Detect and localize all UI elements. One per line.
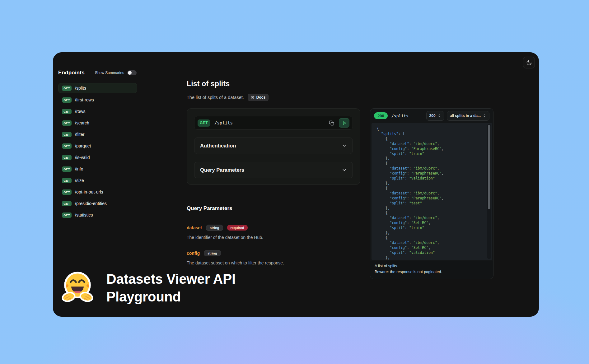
hugging-face-emoji	[60, 269, 95, 306]
query-parameters-doc: Query Parameters dataset string required…	[187, 205, 361, 265]
query-parameters-label: Query Parameters	[200, 167, 244, 173]
method-badge: GET	[62, 132, 72, 137]
sidebar-item-parquet[interactable]: GET/parquet	[58, 141, 137, 151]
toggle-knob	[128, 71, 132, 75]
chevron-down-icon	[342, 143, 347, 148]
endpoint-path-label: /is-valid	[75, 155, 90, 160]
response-footer: A list of splits. Beware: the response i…	[370, 260, 493, 279]
copy-button[interactable]	[328, 119, 335, 127]
request-panel: GET /splits	[187, 108, 360, 185]
authentication-label: Authentication	[200, 143, 236, 149]
endpoint-path-label: /presidio-entities	[75, 201, 107, 206]
param-name: config	[187, 251, 200, 256]
response-header: 200 /splits 200 all splits in a da...	[370, 109, 493, 123]
param-type-badge: string	[204, 250, 221, 256]
page-description: The list of splits of a dataset.	[187, 95, 244, 100]
sidebar-item-search[interactable]: GET/search	[58, 118, 137, 128]
external-link-icon	[251, 96, 255, 99]
page-background: Endpoints Show Summaries GET/splitsGET/f…	[0, 0, 589, 364]
sidebar-item-splits[interactable]: GET/splits	[58, 83, 137, 93]
docs-button-label: Docs	[256, 95, 265, 100]
endpoint-path-label: /rows	[75, 109, 85, 114]
sidebar-item-filter[interactable]: GET/filter	[58, 130, 137, 139]
scrollbar-thumb[interactable]	[488, 125, 490, 209]
request-path: /splits	[214, 120, 233, 125]
method-badge: GET	[62, 109, 72, 114]
response-footer-line: A list of splits.	[375, 263, 489, 269]
sidebar-item-size[interactable]: GET/size	[58, 176, 137, 185]
chevron-up-down-icon	[437, 114, 441, 118]
brand-title: Datasets Viewer API Playground	[106, 270, 236, 306]
param-description: The identifier of the dataset on the Hub…	[187, 235, 361, 240]
endpoint-path-label: /filter	[75, 132, 84, 137]
request-bar: GET /splits	[194, 116, 353, 130]
endpoint-list: GET/splitsGET/first-rowsGET/rowsGET/sear…	[58, 83, 145, 220]
brand-title-line2: Playground	[106, 288, 236, 306]
response-footer-line: Beware: the response is not paginated.	[375, 269, 489, 275]
method-badge: GET	[62, 178, 72, 183]
sidebar-header: Endpoints Show Summaries	[58, 69, 145, 77]
endpoint-path-label: /size	[75, 178, 84, 183]
status-code-select-value: 200	[429, 114, 436, 118]
param-type-badge: string	[206, 225, 223, 231]
param-row-config: config string	[187, 250, 361, 256]
query-parameters-section-toggle[interactable]: Query Parameters	[194, 162, 353, 178]
endpoint-path-label: /statistics	[75, 212, 93, 217]
param-name: dataset	[187, 225, 202, 230]
status-code-select[interactable]: 200	[426, 111, 444, 121]
request-method-badge: GET	[198, 119, 210, 127]
page-title: List of splits	[187, 80, 361, 88]
app-card: Endpoints Show Summaries GET/splitsGET/f…	[53, 52, 539, 317]
moon-icon	[526, 60, 532, 66]
method-badge: GET	[62, 155, 72, 160]
endpoint-path-label: /opt-in-out-urls	[75, 189, 103, 194]
method-badge: GET	[62, 166, 72, 172]
show-summaries-toggle[interactable]	[127, 70, 137, 75]
response-path: /splits	[391, 114, 409, 118]
method-badge: GET	[62, 86, 72, 91]
divider	[187, 216, 361, 216]
method-badge: GET	[62, 120, 72, 126]
method-badge: GET	[62, 201, 72, 206]
chevron-up-down-icon	[483, 114, 486, 118]
response-json-code: { "splits": [ { "dataset": "ibm/duorc", …	[372, 123, 492, 260]
sidebar-item-statistics[interactable]: GET/statistics	[58, 210, 137, 220]
sidebar-title: Endpoints	[58, 70, 85, 76]
example-select[interactable]: all splits in a da...	[447, 111, 489, 121]
docs-button[interactable]: Docs	[248, 94, 269, 101]
method-badge: GET	[62, 97, 72, 103]
authentication-section-toggle[interactable]: Authentication	[194, 138, 353, 154]
endpoint-path-label: /search	[75, 120, 89, 125]
chevron-down-icon	[342, 167, 347, 173]
method-badge: GET	[62, 143, 72, 149]
endpoint-path-label: /parquet	[75, 143, 91, 148]
sidebar-item-presidio-entities[interactable]: GET/presidio-entities	[58, 199, 137, 208]
method-badge: GET	[62, 189, 72, 195]
sidebar-item-first-rows[interactable]: GET/first-rows	[58, 95, 137, 105]
method-badge: GET	[62, 212, 72, 218]
brand-title-line1: Datasets Viewer API	[106, 270, 236, 288]
response-code-viewer[interactable]: { "splits": [ { "dataset": "ibm/duorc", …	[372, 123, 492, 260]
sidebar-item-info[interactable]: GET/info	[58, 164, 137, 174]
play-icon	[342, 121, 347, 125]
theme-toggle-button[interactable]	[523, 57, 535, 68]
endpoint-path-label: /info	[75, 166, 83, 171]
param-description: The dataset subset on which to filter th…	[187, 260, 361, 265]
endpoint-path-label: /first-rows	[75, 97, 94, 102]
scrollbar-track	[487, 124, 491, 259]
query-parameters-heading: Query Parameters	[187, 205, 361, 212]
param-required-badge: required	[227, 225, 248, 231]
param-row-dataset: dataset string required	[187, 225, 361, 231]
sidebar-item-is-valid[interactable]: GET/is-valid	[58, 153, 137, 162]
sidebar-item-opt-in-out-urls[interactable]: GET/opt-in-out-urls	[58, 187, 137, 197]
main-content: List of splits The list of splits of a d…	[187, 80, 361, 265]
sidebar-item-rows[interactable]: GET/rows	[58, 107, 137, 116]
show-summaries-label: Show Summaries	[95, 71, 124, 75]
example-select-value: all splits in a da...	[450, 114, 481, 118]
run-request-button[interactable]	[339, 118, 349, 128]
endpoints-sidebar: Endpoints Show Summaries GET/splitsGET/f…	[58, 69, 145, 222]
response-panel: 200 /splits 200 all splits in a da...	[370, 108, 493, 279]
response-status-badge: 200	[374, 112, 388, 119]
endpoint-path-label: /splits	[75, 86, 86, 91]
copy-icon	[329, 120, 334, 126]
